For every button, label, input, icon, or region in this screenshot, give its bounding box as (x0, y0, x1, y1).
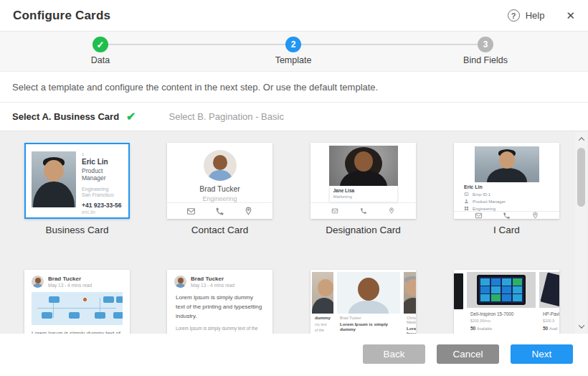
product-price: $200.9 (539, 316, 559, 323)
phone-icon (503, 212, 511, 219)
tab-select-a-business-card[interactable]: Select A. Business Card ✔ (12, 110, 136, 123)
employee-name: Eric Lin (82, 158, 123, 166)
feed-meta: May 13 - 4 mins read (48, 283, 92, 288)
vertical-scrollbar[interactable] (575, 132, 587, 334)
template-label: Contact Card (167, 225, 272, 235)
instruction-text: Select a template and configure the cont… (0, 72, 588, 103)
feed-image-card-preview: Brad Tucker May 13 - 4 mins read (24, 270, 130, 334)
help-link[interactable]: Help (526, 10, 545, 21)
tab-select-b-pagination-basic[interactable]: Select B. Pagination - Basic (169, 111, 283, 122)
feed-text: Lorem Ipsum is simply dummy text of the … (24, 325, 130, 334)
step-data-label: Data (57, 55, 143, 65)
business-card-preview: 1 Eric Lin Product Manager Engineering S… (24, 143, 130, 219)
product-photo-partial (454, 273, 463, 309)
contact-dept: Engineering (202, 195, 237, 202)
product-photo-partial (539, 272, 559, 308)
dialog-header: Configure Cards ? Help ✕ (0, 0, 588, 32)
people-carousel-preview: dummy my text of the Brad Tucker Lorem I… (310, 270, 416, 334)
template-tile-business-card[interactable]: 1 Eric Lin Product Manager Engineering S… (24, 143, 130, 235)
phone-icon (215, 207, 224, 216)
employee-phone: +41 923-33-56 (82, 202, 123, 209)
template-tile-feed-text-card[interactable]: Brad Tucker May 13 - 4 mins read Lorem I… (167, 270, 272, 334)
grid-icon (464, 206, 469, 211)
carousel-item-right: Chris Madison Lorem Ipsum is a Lorem Ips… (404, 272, 416, 334)
scroll-up-button[interactable] (575, 133, 587, 145)
flowchart-image (32, 292, 123, 325)
feed-author: Brad Tucker (48, 276, 92, 282)
contact-actions (310, 202, 416, 219)
carousel-item-center: Dell-Inspiron 15-7000 $200.99/mo 50 Avai… (467, 272, 536, 334)
product-carousel-preview: Dell-Inspiron 15-7000 $200.99/mo 50 Avai… (454, 270, 559, 334)
mail-icon (186, 207, 196, 216)
employee-dept: Marketing (333, 194, 394, 199)
template-label: Business Card (24, 225, 130, 235)
page-title: Configure Cards (13, 9, 110, 23)
employee-photo (475, 146, 539, 182)
template-tile-designation-card[interactable]: Jane Lisa Marketing Designation Card (310, 143, 416, 235)
scroll-down-button[interactable] (575, 321, 587, 332)
feed-lead: Lorem Ipsum is simply dummy text of the … (167, 288, 272, 321)
chevron-up-icon (578, 137, 584, 143)
employee-email: eric.lin (82, 210, 123, 215)
location-icon (531, 212, 539, 219)
next-button[interactable]: Next (511, 344, 573, 364)
person-photo (337, 272, 400, 314)
template-label: I Card (454, 225, 559, 235)
configure-cards-dialog: Configure Cards ? Help ✕ ✓ 2 3 Data Temp… (0, 0, 588, 376)
contact-actions (454, 211, 559, 219)
location-icon (388, 207, 395, 215)
cancel-button[interactable]: Cancel (437, 344, 499, 364)
template-tile-contact-card[interactable]: Brad Tucker Engineering Contact Card (167, 143, 272, 235)
person-photo (404, 272, 416, 314)
product-price: $200.99/mo (467, 316, 536, 323)
phone-icon (360, 207, 367, 215)
wizard-stepper: ✓ 2 3 Data Template Bind Fields (0, 32, 588, 72)
person-icon (464, 199, 469, 204)
employee-dept: Engineering (473, 207, 495, 211)
step-data-circle[interactable]: ✓ (93, 37, 108, 52)
person-photo (312, 272, 333, 314)
step-template-label: Template (250, 55, 336, 65)
template-tile-product-carousel-card[interactable]: Dell-Inspiron 15-7000 $200.99/mo 50 Avai… (454, 270, 559, 334)
employee-dept: Engineering (82, 187, 123, 192)
product-stock: 50 Available (467, 323, 536, 331)
template-selector-row: Select A. Business Card ✔ Select B. Pagi… (0, 103, 588, 131)
template-tile-people-carousel-card[interactable]: dummy my text of the Brad Tucker Lorem I… (310, 270, 416, 334)
carousel-item-center: Brad Tucker Lorem Ipsum is simply dummy … (337, 272, 400, 334)
i-card-preview: Eric Lin Emp ID:1 Product Manager Engine… (454, 143, 559, 219)
stepper-connector (301, 44, 478, 45)
scrollbar-thumb[interactable] (577, 148, 585, 207)
product-photo (467, 272, 536, 308)
product-name: HP-Pavi (539, 308, 559, 316)
designation-card-preview: Jane Lisa Marketing (310, 143, 416, 219)
feed-body: Lorem Ipsum is simply dummy text of the … (167, 321, 272, 334)
dialog-footer: Back Cancel Next (0, 334, 588, 376)
employee-name: Eric Lin (464, 184, 549, 189)
back-button[interactable]: Back (363, 344, 425, 364)
template-label: Designation Card (310, 225, 416, 235)
avatar (204, 150, 237, 181)
feed-author: Brad Tucker (191, 276, 234, 282)
feed-text-card-preview: Brad Tucker May 13 - 4 mins read Lorem I… (167, 270, 272, 334)
contact-card-preview: Brad Tucker Engineering (167, 143, 272, 219)
employee-city: San Francisco (82, 192, 123, 197)
mail-icon (331, 207, 338, 215)
template-gallery: 1 Eric Lin Product Manager Engineering S… (0, 131, 588, 334)
contact-actions (167, 202, 272, 219)
step-bind-fields-circle[interactable]: 3 (478, 37, 493, 52)
mail-icon (475, 212, 483, 219)
avatar (32, 276, 44, 288)
help-icon[interactable]: ? (508, 9, 520, 22)
close-icon[interactable]: ✕ (566, 10, 575, 21)
feed-meta: May 13 - 4 mins read (191, 283, 234, 288)
step-template-circle[interactable]: 2 (285, 37, 301, 52)
contact-name: Brad Tucker (199, 184, 240, 193)
avatar (174, 276, 186, 288)
carousel-item-left: dummy my text of the (312, 272, 333, 334)
check-icon: ✔ (126, 110, 136, 123)
template-tile-feed-image-card[interactable]: Brad Tucker May 13 - 4 mins read (24, 270, 130, 334)
employee-photo (329, 146, 398, 186)
template-tile-i-card[interactable]: Eric Lin Emp ID:1 Product Manager Engine… (454, 143, 559, 235)
card-index: 1 (82, 152, 123, 156)
chevron-down-icon (578, 322, 584, 328)
